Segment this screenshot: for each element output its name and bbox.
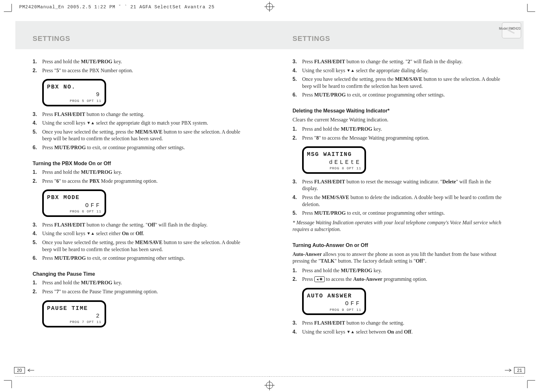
page-number: 20	[14, 367, 25, 373]
lcd-line: 2	[47, 312, 101, 320]
step-number: 4.	[293, 67, 302, 74]
crop-mark	[4, 12, 12, 12]
crop-mark	[12, 4, 12, 12]
step-item: 3.Press FLASH/EDIT button to change the …	[293, 58, 506, 65]
step-text: Press MUTE/PROG to exit, or continue pro…	[42, 144, 246, 151]
page-arrow-icon	[504, 368, 512, 373]
step-number: 5.	[293, 210, 302, 217]
step-text: Press and hold the MUTE/PROG key.	[42, 58, 246, 65]
step-list: 1.Press and hold the MUTE/PROG key.2.Pre…	[33, 58, 246, 74]
lcd-line: PROG 9 OPT 11	[307, 308, 361, 312]
section-heading: Turning the PBX Mode On or Off	[33, 160, 246, 167]
step-number: 1.	[293, 126, 302, 133]
step-item: 3.Press FLASH/EDIT button to change the …	[293, 319, 506, 327]
lcd-display-pause-time: PAUSE TIME 2 PROG 7 OPT 11	[42, 300, 106, 327]
step-item: 2.Press ◂ ✱ to access the Auto-Answer pr…	[293, 276, 506, 283]
step-text: Press MUTE/PROG to exit, or continue pro…	[42, 255, 246, 262]
step-item: 1.Press and hold the MUTE/PROG key.	[293, 267, 506, 274]
step-text: Press "7" to access the Pause Time progr…	[42, 288, 246, 295]
step-item: 6.Press MUTE/PROG to exit, or continue p…	[33, 144, 246, 151]
step-text: Press ◂ ✱ to access the Auto-Answer prog…	[302, 276, 506, 283]
lcd-line: dELEtE	[307, 158, 361, 166]
crop-mark	[527, 12, 535, 12]
step-item: 4.Using the scroll keys ▼▲ select betwee…	[293, 328, 506, 335]
step-number: 5.	[293, 76, 302, 83]
step-number: 2.	[293, 135, 302, 142]
crop-mark	[527, 380, 535, 380]
footer-divider	[15, 376, 270, 377]
step-text: Press and hold the MUTE/PROG key.	[42, 169, 246, 176]
step-item: 1.Press and hold the MUTE/PROG key.	[33, 58, 246, 65]
footer-divider	[270, 376, 524, 377]
step-number: 6.	[33, 255, 42, 262]
lcd-line: PROG 8 OPT 11	[307, 166, 361, 171]
step-number: 4.	[33, 119, 42, 127]
section-heading: Changing the Pause Time	[33, 271, 246, 278]
step-list: 1.Press and hold the MUTE/PROG key.2.Pre…	[33, 279, 246, 295]
step-number: 4.	[33, 230, 42, 237]
step-number: 6.	[293, 91, 302, 98]
section-heading: Turning Auto-Answer On or Off	[293, 242, 506, 249]
step-item: 6.Press MUTE/PROG to exit, or continue p…	[33, 255, 246, 262]
page-footer-right: 21	[504, 366, 525, 375]
crop-mark	[527, 380, 527, 388]
step-item: 1.Press and hold the MUTE/PROG key.	[33, 169, 246, 176]
spread: SETTINGS 1.Press and hold the MUTE/PROG …	[15, 15, 524, 377]
page-title: SETTINGS	[33, 25, 246, 43]
registration-mark	[266, 3, 273, 10]
step-number: 1.	[33, 58, 42, 65]
step-text: Press the MEM/SAVE button to delete the …	[302, 194, 506, 208]
lcd-line: PBX NO.	[47, 83, 101, 91]
step-text: Press MUTE/PROG to exit, or continue pro…	[302, 91, 506, 98]
step-text: Once you have selected the setting, pres…	[42, 239, 246, 253]
step-item: 3.Press FLASH/EDIT button to reset the m…	[293, 178, 506, 192]
step-number: 3.	[293, 178, 302, 185]
step-text: Press and hold the MUTE/PROG key.	[302, 126, 506, 133]
page-arrow-icon	[27, 368, 35, 373]
step-text: Press FLASH/EDIT button to reset the mes…	[302, 178, 506, 192]
crop-mark	[4, 380, 12, 380]
step-list: 1.Press and hold the MUTE/PROG key.2.Pre…	[293, 126, 506, 141]
lcd-line: PROG 5 OPT 11	[47, 99, 101, 104]
step-item: 2.Press "8" to access the Message Waitin…	[293, 135, 506, 142]
step-text: Press "5" to access the PBX Number optio…	[42, 67, 246, 74]
step-number: 2.	[33, 288, 42, 295]
page-title: SETTINGS	[293, 25, 506, 43]
lcd-line: OFF	[47, 202, 101, 209]
lcd-line: OFF	[307, 300, 361, 307]
step-item: 6.Press MUTE/PROG to exit, or continue p…	[293, 91, 506, 98]
footnote: * Message Waiting Indication operates wi…	[293, 219, 506, 233]
step-list: 3.Press FLASH/EDIT button to change the …	[293, 58, 506, 98]
step-text: Press FLASH/EDIT button to change the se…	[42, 111, 246, 118]
step-text: Press MUTE/PROG to exit, or continue pro…	[302, 210, 506, 217]
section-heading: Deleting the Message Waiting Indicator*	[293, 107, 506, 114]
step-number: 2.	[293, 276, 302, 283]
step-list: 3.Press FLASH/EDIT button to change the …	[33, 221, 246, 262]
print-sheet: PM2420Manual_En 2005.2.5 1:22 PM ˘ ` 21 …	[0, 0, 539, 392]
step-text: Using the scroll keys ▼▲ select the appr…	[42, 119, 246, 127]
step-number: 4.	[293, 194, 302, 201]
step-number: 1.	[33, 279, 42, 286]
header-flag-icon	[502, 22, 521, 38]
page-left: SETTINGS 1.Press and hold the MUTE/PROG …	[15, 15, 270, 377]
step-number: 5.	[33, 128, 42, 135]
registration-mark	[266, 382, 273, 389]
step-item: 3.Press FLASH/EDIT button to change the …	[33, 221, 246, 228]
step-text: Press and hold the MUTE/PROG key.	[302, 267, 506, 274]
step-item: 5.Press MUTE/PROG to exit, or continue p…	[293, 210, 506, 217]
lcd-line: PAUSE TIME	[47, 304, 101, 312]
step-number: 3.	[293, 58, 302, 65]
lcd-display-pbx-no: PBX NO. 9 PROG 5 OPT 11	[42, 79, 106, 106]
step-number: 2.	[33, 67, 42, 74]
print-slug: PM2420Manual_En 2005.2.5 1:22 PM ˘ ` 21 …	[19, 4, 215, 10]
step-number: 4.	[293, 328, 302, 335]
step-number: 3.	[293, 319, 302, 327]
step-text: Using the scroll keys ▼▲ select the appr…	[302, 67, 506, 74]
step-text: Once you have selected the setting, pres…	[42, 128, 246, 142]
step-number: 3.	[33, 111, 42, 118]
step-number: 3.	[33, 221, 42, 228]
step-text: Using the scroll keys ▼▲ select either O…	[42, 230, 246, 237]
step-text: Press and hold the MUTE/PROG key.	[42, 279, 246, 286]
step-list: 3.Press FLASH/EDIT button to change the …	[293, 319, 506, 335]
page-footer-left: 20	[14, 366, 35, 375]
